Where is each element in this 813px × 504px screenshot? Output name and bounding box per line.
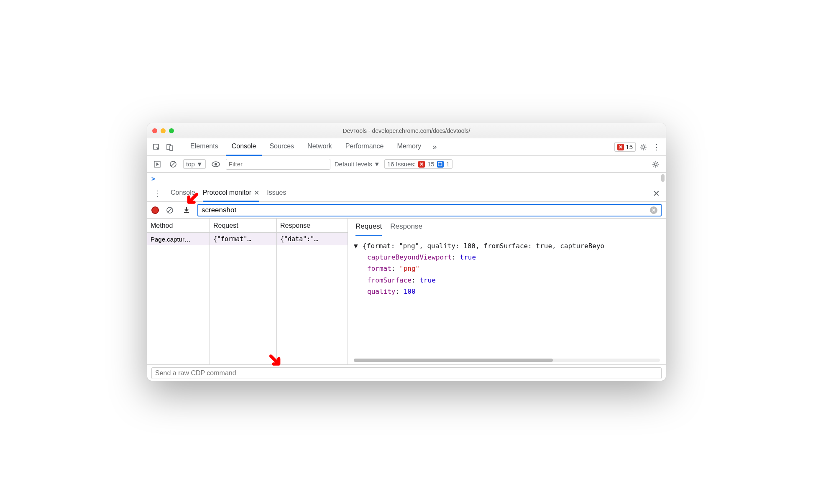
console-toolbar: top ▼ Default levels ▼ 16 Issues: ✕ 15 ❏…	[147, 156, 666, 173]
clear-filter-icon[interactable]: ✕	[650, 206, 657, 214]
expand-caret-icon[interactable]: ▼	[354, 242, 358, 250]
protocol-table: Method Page.captur… Request {"format"… R…	[147, 219, 348, 364]
drawer-tab-label: Issues	[267, 189, 286, 196]
svg-point-9	[654, 163, 657, 165]
issues-label: 16 Issues:	[387, 160, 416, 168]
json-header-text: {format: "png", quality: 100, fromSurfac…	[363, 242, 604, 250]
json-property-row[interactable]: captureBeyondViewport: true	[354, 252, 660, 263]
titlebar: DevTools - developer.chrome.com/docs/dev…	[147, 123, 666, 138]
clear-log-icon[interactable]	[164, 204, 176, 216]
window-title: DevTools - developer.chrome.com/docs/dev…	[147, 127, 666, 134]
issues-error-count: 15	[427, 160, 435, 168]
settings-icon[interactable]	[637, 141, 649, 153]
execute-icon[interactable]	[151, 158, 163, 170]
scrollbar-thumb[interactable]	[661, 174, 665, 182]
drawer-tab-issues[interactable]: Issues	[267, 185, 286, 202]
table-cell-method[interactable]: Page.captur…	[147, 233, 210, 245]
levels-label: Default levels	[335, 160, 372, 168]
chevron-down-icon: ▼	[374, 160, 380, 168]
inspect-element-icon[interactable]	[151, 141, 162, 153]
json-viewer: ▼ {format: "png", quality: 100, fromSurf…	[348, 236, 666, 364]
error-count-badge[interactable]: ✕ 15	[614, 142, 636, 152]
close-tab-icon[interactable]: ✕	[254, 189, 259, 197]
close-drawer-icon[interactable]: ✕	[653, 188, 660, 199]
issues-summary[interactable]: 16 Issues: ✕ 15 ❏ 1	[384, 159, 453, 169]
drawer-tab-protocol-monitor[interactable]: Protocol monitor ✕	[203, 185, 260, 202]
tab-elements[interactable]: Elements	[184, 138, 224, 156]
drawer-tab-console[interactable]: Console	[171, 185, 195, 202]
col-header-request[interactable]: Request	[210, 219, 276, 233]
drawer-tab-label: Console	[171, 189, 195, 196]
json-property-row[interactable]: fromSurface: true	[354, 275, 660, 286]
clear-console-icon[interactable]	[167, 158, 179, 170]
svg-point-3	[642, 146, 644, 148]
scrollbar-thumb[interactable]	[354, 359, 553, 362]
json-property-row[interactable]: format: "png"	[354, 263, 660, 274]
svg-line-11	[168, 208, 172, 212]
chevron-down-icon: ▼	[197, 160, 203, 168]
protocol-detail-pane: Request Response ▼ {format: "png", quali…	[348, 219, 666, 364]
detail-tabbar: Request Response	[348, 219, 666, 236]
tab-performance[interactable]: Performance	[340, 138, 390, 156]
more-tabs-icon[interactable]: »	[429, 141, 440, 153]
error-icon: ✕	[617, 144, 624, 150]
drawer-menu-icon[interactable]: ⋮	[151, 188, 163, 199]
col-header-response[interactable]: Response	[277, 219, 348, 233]
tab-console[interactable]: Console	[226, 138, 262, 156]
protocol-body: Method Page.captur… Request {"format"… R…	[147, 219, 666, 365]
devtools-window: DevTools - developer.chrome.com/docs/dev…	[147, 123, 666, 381]
drawer-tabbar: ⋮ Console Protocol monitor ✕ Issues ✕	[147, 185, 666, 202]
info-icon: ❏	[437, 161, 444, 168]
console-prompt[interactable]: >	[147, 173, 666, 185]
error-icon: ✕	[418, 161, 425, 168]
error-count-value: 15	[626, 143, 633, 150]
json-property-row[interactable]: quality: 100	[354, 286, 660, 297]
json-row[interactable]: ▼ {format: "png", quality: 100, fromSurf…	[354, 240, 660, 252]
log-levels-selector[interactable]: Default levels ▼	[335, 160, 380, 168]
protocol-filter-input[interactable]: screenshot ✕	[197, 204, 662, 216]
drawer-tab-label: Protocol monitor	[203, 189, 252, 196]
horizontal-scrollbar[interactable]	[354, 359, 660, 362]
svg-line-6	[171, 162, 175, 166]
table-cell-request[interactable]: {"format"…	[210, 233, 276, 245]
table-cell-response[interactable]: {"data":"…	[277, 233, 348, 245]
svg-rect-2	[170, 146, 173, 150]
cdp-command-bar: ➜	[147, 365, 666, 381]
kebab-menu-icon[interactable]: ⋮	[651, 141, 662, 153]
context-selector[interactable]: top ▼	[183, 159, 206, 169]
filter-value: screenshot	[202, 206, 236, 214]
tab-sources[interactable]: Sources	[263, 138, 300, 156]
detail-tab-request[interactable]: Request	[355, 219, 382, 236]
protocol-toolbar: screenshot ✕ ➜	[147, 202, 666, 219]
filter-input[interactable]	[226, 159, 330, 170]
record-button[interactable]	[151, 206, 159, 214]
tab-network[interactable]: Network	[302, 138, 338, 156]
save-log-icon[interactable]	[181, 204, 192, 216]
main-tabbar: Elements Console Sources Network Perform…	[147, 138, 666, 156]
live-expression-icon[interactable]	[210, 158, 222, 170]
context-label: top	[186, 160, 195, 168]
divider	[180, 143, 180, 152]
detail-tab-response[interactable]: Response	[390, 219, 422, 236]
console-settings-icon[interactable]	[650, 158, 662, 170]
col-header-method[interactable]: Method	[147, 219, 210, 233]
tab-memory[interactable]: Memory	[391, 138, 427, 156]
svg-point-8	[215, 163, 217, 165]
issues-info-count: 1	[446, 160, 450, 168]
device-toolbar-icon[interactable]	[164, 141, 176, 153]
prompt-chevron-icon: >	[151, 175, 155, 183]
cdp-command-input[interactable]	[151, 367, 662, 379]
